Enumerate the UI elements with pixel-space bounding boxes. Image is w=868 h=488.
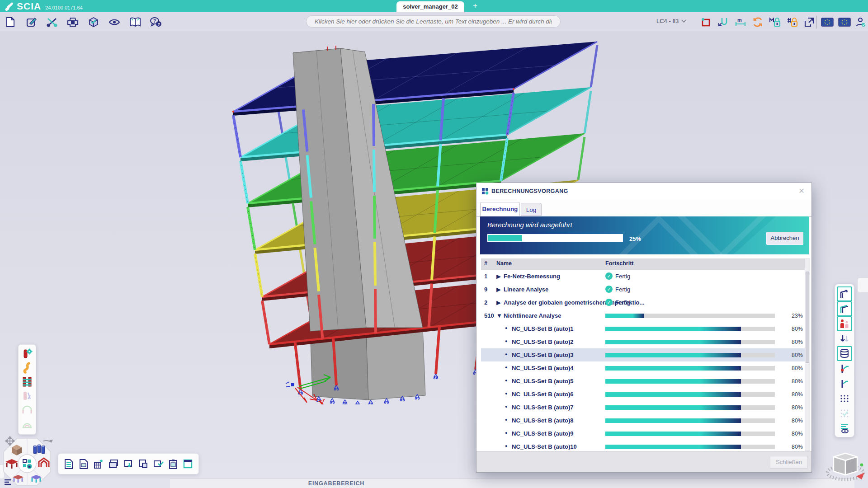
arch-shell-icon[interactable] [20,417,34,431]
refresh-icon[interactable] [750,14,765,30]
undo-ucs-icon[interactable] [716,14,731,30]
table-row[interactable]: ● NC_ULS-Set B (auto)7 80% [481,401,805,414]
beam-plain-icon[interactable] [837,376,852,391]
document-image-icon[interactable] [77,457,90,471]
close-dialog-button[interactable]: Schließen [770,456,808,469]
dots-grid-icon[interactable] [837,391,852,406]
row-progress: 80% [605,427,803,440]
column-header-progress: Fortschritt [605,260,634,267]
row-progress-bar [605,314,775,318]
table-row[interactable]: 510 ▼ Nichtlineare Analyse 23% [481,309,805,322]
library-book-icon[interactable] [127,14,143,30]
column-lambda-icon[interactable] [20,389,34,403]
copy-document-icon[interactable] [137,457,150,471]
material-cans-icon[interactable] [33,444,45,454]
table-row[interactable]: 9 ▶ Lineare Analyse ✓Fertig [481,283,805,296]
arch-frame-icon[interactable] [20,403,34,417]
navigation-cube[interactable] [824,444,867,486]
input-area-bar[interactable]: EINGABEBEREICH [170,478,854,488]
user-account-icon[interactable] [853,14,868,30]
tools-icon[interactable] [44,14,60,30]
table-export-icon[interactable] [92,457,105,471]
new-document-icon[interactable] [3,14,18,30]
person-load-icon[interactable] [837,316,852,331]
column-gear-icon[interactable] [20,347,34,361]
row-number: 1 [484,273,487,280]
row-marker-icon[interactable]: ● [505,391,507,396]
tab-berechnung[interactable]: Berechnung [480,202,520,216]
image-import-icon[interactable] [122,457,135,471]
row-marker-icon[interactable]: ● [505,378,507,383]
arrows-down-icon[interactable] [837,331,852,346]
table-row[interactable]: ● NC_ULS-Set B (auto)6 80% [481,388,805,401]
command-input[interactable] [306,15,561,28]
printer-icon[interactable] [65,14,80,30]
frame-result-alt-icon[interactable] [837,301,852,316]
row-marker-icon[interactable]: ▼ [496,312,502,319]
tab-log[interactable]: Log [521,203,542,216]
scrollbar-thumb[interactable] [806,272,809,363]
table-row[interactable]: ● NC_ULS-Set B (auto)8 80% [481,414,805,427]
table-row[interactable]: 2 ▶ Analyse der globalen geometrischen I… [481,296,805,309]
banner-progress-fill [488,235,522,241]
wheel-octagon[interactable] [4,438,51,485]
eu-flag-icon[interactable] [820,14,835,30]
help-icon[interactable]: ?? [148,14,164,30]
row-marker-icon[interactable]: ● [505,404,507,409]
view-eye-icon[interactable] [107,14,122,30]
expand-view-icon[interactable] [802,14,817,30]
new-tab-button[interactable]: + [470,1,480,11]
row-marker-icon[interactable]: ● [505,352,507,357]
lock-numbers-icon[interactable] [784,14,800,30]
table-row[interactable]: 1 ▶ Fe-Netz-Bemessung ✓Fertig [481,270,805,283]
cube-body[interactable] [834,453,857,475]
cancel-button[interactable]: Abbrechen [766,232,803,245]
curved-beam-icon[interactable] [20,361,34,375]
row-progress: 80% [605,388,803,401]
row-marker-icon[interactable]: ▶ [496,286,501,293]
row-marker-icon[interactable]: ● [505,431,507,435]
row-marker-icon[interactable]: ● [505,365,507,370]
table-row[interactable]: ● NC_ULS-Set B (auto)5 80% [481,375,805,388]
dialog-title-bar[interactable]: BERECHNUNGSVORGANG ✕ [476,183,811,200]
row-marker-icon[interactable]: ▶ [496,299,501,306]
row-marker-icon[interactable]: ▶ [496,273,501,280]
image-gallery-icon[interactable] [107,457,120,471]
eu-flag-icon[interactable] [837,14,852,30]
row-marker-icon[interactable]: ● [505,444,507,448]
measure-icon[interactable]: m [733,14,748,30]
verify-model-icon[interactable] [86,14,101,30]
table-row[interactable]: ● NC_ULS-Set B (auto)4 80% [481,361,805,375]
close-icon[interactable]: ✕ [797,187,806,196]
row-marker-icon[interactable]: ● [505,326,507,330]
menu-hamburger-icon[interactable] [5,480,11,484]
progress-banner: Berechnung wird ausgeführt 25% Abbrechen [480,216,809,254]
row-marker-icon[interactable]: ● [505,418,507,422]
clipboard-image-icon[interactable] [166,457,180,471]
database-icon[interactable] [837,346,852,361]
table-row[interactable]: ● NC_ULS-Set B (auto)9 80% [481,427,805,440]
document-tab[interactable]: solver_manager_02 [396,1,464,12]
frame-ladder-icon[interactable] [20,375,34,389]
lock-mesh-icon[interactable] [767,14,783,30]
wheel-center-button[interactable] [18,455,36,473]
row-progress-percent: 80% [792,391,803,398]
result-tools-panel [835,284,854,437]
table-row[interactable]: ● NC_ULS-Set B (auto)2 80% [481,335,805,348]
table-row[interactable]: ● NC_ULS-Set B (auto)10 80% [481,440,805,451]
table-row[interactable]: ● NC_ULS-Set B (auto)1 80% [481,322,805,335]
row-marker-icon[interactable]: ● [505,339,507,343]
grid-check-icon[interactable] [837,406,852,421]
document-lines-icon[interactable] [62,457,75,471]
panel-view-icon[interactable] [181,457,195,471]
beam-node-icon[interactable] [837,361,852,376]
edit-icon[interactable] [24,14,39,30]
table-scrollbar[interactable] [805,258,810,451]
frame-result-icon[interactable] [837,286,852,301]
table-row[interactable]: ● NC_ULS-Set B (auto)3 80% [481,348,805,361]
visibility-list-icon[interactable] [837,421,852,436]
selection-box-icon[interactable] [698,14,714,30]
load-case-selector[interactable]: LC4 - fl3 [656,18,686,24]
image-check-icon[interactable] [151,457,165,471]
panel-flap[interactable] [857,277,868,293]
